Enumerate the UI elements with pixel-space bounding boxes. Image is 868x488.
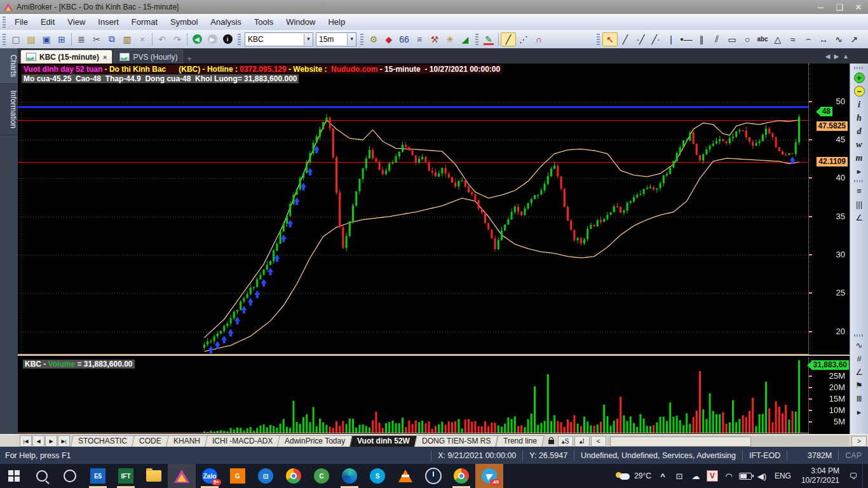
scale-s-button[interactable]: ▴S	[558, 436, 573, 447]
hscroll-right-icon[interactable]: >	[851, 436, 867, 447]
expand-toolbar-icon[interactable]: ▸	[852, 405, 866, 419]
ellipse-icon[interactable]: ○	[740, 32, 755, 46]
tray-temperature[interactable]: 29°C	[632, 471, 654, 480]
zigzag-icon[interactable]: ∿	[831, 32, 846, 46]
scale-i-button[interactable]: ▴I	[574, 436, 590, 447]
app-chrome[interactable]	[280, 464, 308, 488]
horizontal-scrollbar[interactable]	[607, 436, 849, 446]
menu-edit[interactable]: Edit	[34, 15, 61, 29]
freehand-icon[interactable]: ≈	[785, 32, 801, 46]
scrollbar-thumb[interactable]	[610, 437, 752, 447]
start-button[interactable]	[0, 464, 28, 488]
trend-line-icon[interactable]: ╱	[501, 32, 516, 46]
onedrive-cloud-icon[interactable]: ☁	[688, 466, 703, 485]
pane-splitter[interactable]	[18, 355, 850, 356]
cortana-button[interactable]	[56, 464, 84, 488]
app-telegram[interactable]: .49	[475, 464, 503, 488]
price-axis[interactable]: 504540353025204847.582542.1109	[808, 64, 850, 355]
price-chart-canvas[interactable]	[18, 84, 808, 355]
sheet-last-icon[interactable]: ▶|	[58, 435, 70, 447]
text-abc-icon[interactable]: abc	[755, 32, 770, 46]
forward-icon[interactable]: ▶	[205, 32, 220, 46]
symbol-combo[interactable]: ▼	[245, 32, 313, 46]
interval-input[interactable]	[316, 34, 347, 45]
float-window-icon[interactable]: +	[187, 55, 191, 64]
sheet-prev-icon[interactable]: ◀	[32, 435, 44, 447]
sheet-tab-stochastic[interactable]: STOCHASTIC	[71, 435, 135, 447]
drag-handle[interactable]	[854, 334, 864, 337]
battery-icon[interactable]	[738, 466, 753, 485]
menu-tools[interactable]: Tools	[248, 15, 280, 29]
copy-icon[interactable]: ⧉	[104, 32, 119, 46]
paste-icon[interactable]: ▥	[119, 32, 135, 46]
parallel-lines-icon[interactable]: ∥	[694, 32, 709, 46]
menu-view[interactable]: View	[61, 15, 92, 29]
drag-handle[interactable]	[854, 67, 864, 69]
wizard-icon[interactable]: ✳	[442, 32, 458, 46]
sidebar-tab-charts[interactable]: Charts	[0, 48, 18, 84]
expand-toolbar-icon[interactable]: ▸	[852, 165, 866, 178]
horizontal-segment-icon[interactable]: •—	[679, 32, 694, 46]
close-button[interactable]: ✕	[849, 0, 868, 14]
app-ift[interactable]: IFT	[112, 464, 140, 488]
tab-pvs-hourly[interactable]: PVS (Hourly)	[114, 50, 183, 64]
interval-weekly-icon[interactable]: w	[852, 138, 866, 151]
redo-icon[interactable]: ↷	[170, 32, 185, 46]
sheet-tab-adwinprice-today[interactable]: AdwinPrice Today	[277, 435, 353, 447]
volume-chart-canvas[interactable]	[18, 358, 808, 433]
tab-scroll-right-icon[interactable]: ▶	[834, 53, 839, 60]
antivirus-v-icon[interactable]: V	[705, 466, 720, 485]
tools-hammer-icon[interactable]: ⚒	[427, 32, 442, 46]
lock-icon[interactable]	[548, 440, 554, 444]
vertical-line-icon[interactable]: |	[663, 32, 679, 46]
interval-intraday-icon[interactable]: i	[852, 98, 866, 111]
measure-icon[interactable]: ↔	[816, 32, 831, 46]
dotted-line-icon[interactable]: ⋰	[516, 32, 531, 46]
open-file-icon[interactable]: ▤	[24, 32, 39, 46]
pointer-select-icon[interactable]: ↖	[602, 32, 618, 46]
app-e5[interactable]: E5	[84, 464, 112, 488]
app-skype[interactable]: S	[363, 464, 391, 488]
grid-tool-icon[interactable]: #	[852, 352, 866, 365]
wifi-icon[interactable]: ◠	[721, 466, 736, 485]
parameters-gear-icon[interactable]: ⚙	[366, 32, 381, 46]
symbol-input[interactable]	[245, 34, 304, 45]
interval-hourly-icon[interactable]: h	[852, 111, 866, 125]
save-layout-icon[interactable]: ⊞	[54, 32, 69, 46]
segment-line-icon[interactable]: ╱	[618, 32, 633, 46]
save-icon[interactable]: ▣	[39, 32, 54, 46]
gann-angle-icon[interactable]: ∠	[852, 211, 866, 224]
menu-window[interactable]: Window	[280, 15, 322, 29]
tab-list-icon[interactable]: ▲	[843, 53, 849, 60]
app-coccoc[interactable]: C	[308, 464, 336, 488]
interval-daily-icon[interactable]: d	[852, 125, 866, 138]
app-file-explorer[interactable]	[140, 464, 168, 488]
arc-icon[interactable]: ⌢	[801, 32, 816, 46]
sheet-tab-code[interactable]: CODE	[132, 435, 168, 447]
comb-tool-icon[interactable]: Ⅲ	[852, 392, 866, 405]
chevron-down-icon[interactable]: ▼	[347, 34, 356, 45]
color-layers-icon[interactable]: ◆	[381, 32, 397, 46]
show-desktop-button[interactable]	[862, 464, 865, 488]
language-indicator[interactable]: ENG	[771, 471, 795, 480]
new-file-icon[interactable]: ▢	[8, 32, 24, 46]
sheet-tab-trend-line[interactable]: Trend line	[496, 435, 545, 447]
sheet-tab-ichi-macd-adx[interactable]: ICHI -MACD-ADX	[205, 435, 280, 447]
ray-line-icon[interactable]: ·╱	[633, 32, 648, 46]
fib-fan-icon[interactable]: ⫽	[709, 32, 724, 46]
bar-spacing-icon[interactable]: |||	[852, 198, 866, 211]
explore-binoculars-icon[interactable]: 66	[397, 32, 412, 46]
menu-help[interactable]: Help	[322, 15, 351, 29]
tab-kbc-15-minute[interactable]: KBC (15-minute) ×	[20, 50, 112, 64]
sheet-tab-khanh[interactable]: KHANH	[166, 435, 208, 447]
close-tab-icon[interactable]: ×	[103, 53, 107, 61]
sidebar-tab-information[interactable]: Information	[0, 84, 18, 135]
tray-chevron-icon[interactable]: ^	[655, 466, 670, 485]
rectangle-icon[interactable]: ▭	[724, 32, 740, 46]
hscroll-left-icon[interactable]: <	[591, 436, 606, 447]
app-zalo[interactable]: Zalo5+	[196, 464, 224, 488]
app-vlc[interactable]	[391, 464, 419, 488]
app-clock[interactable]	[419, 464, 447, 488]
interval-monthly-icon[interactable]: m	[852, 151, 866, 165]
info-icon[interactable]: i	[220, 32, 235, 46]
